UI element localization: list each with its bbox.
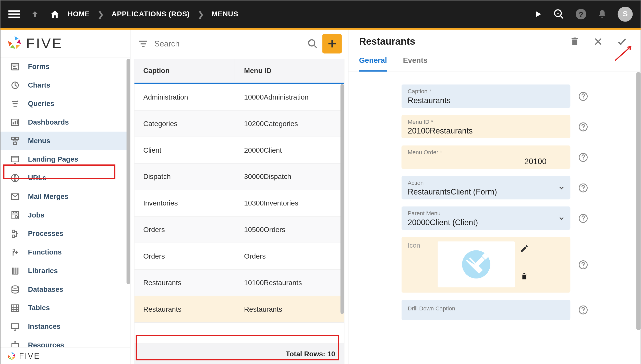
table-row[interactable]: Restaurants10100Restaurants xyxy=(135,270,344,296)
sidebar-item-label: Forms xyxy=(28,63,50,71)
svg-rect-2 xyxy=(8,17,20,18)
nav-icon xyxy=(8,321,22,332)
help-icon[interactable] xyxy=(578,84,589,108)
field-parent-menu[interactable]: Parent Menu 20000Client (Client) xyxy=(402,207,571,230)
svg-rect-25 xyxy=(11,324,19,329)
search-icon[interactable] xyxy=(307,39,318,49)
help-icon[interactable] xyxy=(578,145,589,169)
sidebar-item-urls[interactable]: URLs xyxy=(1,169,130,188)
nav-icon xyxy=(8,340,22,347)
table-row[interactable]: Categories10200Categories xyxy=(135,111,344,137)
svg-point-38 xyxy=(583,159,584,160)
search-magnify-icon[interactable] xyxy=(553,8,565,20)
help-icon[interactable]: ? xyxy=(575,8,587,20)
delete-icon[interactable] xyxy=(520,272,529,280)
help-icon[interactable] xyxy=(578,115,589,138)
table-row[interactable]: OrdersOrders xyxy=(135,243,344,270)
field-caption-value: Restaurants xyxy=(408,96,564,105)
breadcrumb-menus[interactable]: MENUS xyxy=(212,10,238,18)
annotation-arrow xyxy=(613,45,635,62)
avatar[interactable]: S xyxy=(618,7,633,22)
table-row[interactable]: Inventories10300Inventories xyxy=(135,190,344,217)
sidebar-item-instances[interactable]: Instances xyxy=(1,318,130,336)
restaurant-icon xyxy=(461,249,491,280)
sidebar-item-label: Resources xyxy=(28,341,64,347)
field-caption[interactable]: Caption * Restaurants xyxy=(402,84,571,108)
tab-events[interactable]: Events xyxy=(403,52,428,72)
svg-rect-1 xyxy=(8,14,20,15)
help-icon[interactable] xyxy=(578,237,589,293)
home-icon[interactable] xyxy=(50,9,60,19)
svg-point-20 xyxy=(15,216,18,218)
sidebar-item-resources[interactable]: Resources xyxy=(1,336,130,347)
up-arrow-icon[interactable] xyxy=(31,10,40,19)
col-caption[interactable]: Caption xyxy=(135,59,235,83)
svg-rect-21 xyxy=(12,230,15,233)
svg-point-23 xyxy=(12,286,18,288)
svg-point-30 xyxy=(309,40,315,46)
sidebar-item-forms[interactable]: Forms xyxy=(1,57,130,76)
sidebar-item-label: Tables xyxy=(28,304,50,312)
sidebar-item-libraries[interactable]: Libraries xyxy=(1,262,130,280)
scrollbar-thumb[interactable] xyxy=(126,59,130,284)
sidebar-item-jobs[interactable]: Jobs xyxy=(1,206,130,225)
sidebar-item-mail-merges[interactable]: Mail Merges xyxy=(1,187,130,206)
cell-menuid: 30000Dispatch xyxy=(235,173,344,180)
table-row[interactable]: RestaurantsRestaurants xyxy=(135,296,344,323)
sidebar-item-processes[interactable]: Processes xyxy=(1,225,130,243)
help-icon[interactable] xyxy=(578,207,589,230)
scrollbar-thumb[interactable] xyxy=(636,72,640,330)
table-row[interactable]: Orders10500Orders xyxy=(135,217,344,243)
play-icon[interactable] xyxy=(534,10,543,19)
breadcrumb-apps[interactable]: APPLICATIONS (ROS) xyxy=(112,10,190,18)
sidebar-item-tables[interactable]: Tables xyxy=(1,299,130,318)
table-row[interactable]: Client20000Client xyxy=(135,137,344,164)
nav-icon xyxy=(8,62,22,72)
sidebar-item-dashboards[interactable]: Dashboards xyxy=(1,113,130,132)
chevron-down-icon[interactable] xyxy=(558,215,565,222)
svg-rect-28 xyxy=(141,43,146,44)
tab-general[interactable]: General xyxy=(359,52,387,72)
svg-rect-10 xyxy=(13,123,14,125)
close-icon[interactable] xyxy=(594,36,603,47)
nav-icon xyxy=(8,99,22,109)
sidebar-item-menus[interactable]: Menus xyxy=(1,132,130,150)
table-row[interactable]: Dispatch30000Dispatch xyxy=(135,164,344,190)
delete-icon[interactable] xyxy=(570,36,580,47)
sidebar-item-charts[interactable]: Charts xyxy=(1,76,130,95)
hamburger-icon[interactable] xyxy=(8,8,20,20)
bell-icon[interactable] xyxy=(597,9,607,19)
table-row[interactable]: Administration10000Administration xyxy=(135,84,344,111)
chevron-down-icon[interactable] xyxy=(558,184,565,191)
logo-text: FIVE xyxy=(26,35,63,52)
sidebar-item-databases[interactable]: Databases xyxy=(1,280,130,299)
svg-rect-0 xyxy=(8,10,20,12)
sidebar-item-label: URLs xyxy=(28,174,46,182)
nav-icon xyxy=(8,303,22,313)
search-input[interactable] xyxy=(154,39,303,48)
scrollbar-thumb[interactable] xyxy=(341,84,344,314)
sidebar-item-label: Charts xyxy=(28,81,50,89)
cell-caption: Orders xyxy=(135,226,235,234)
edit-icon[interactable] xyxy=(520,244,529,253)
sidebar-item-landing-pages[interactable]: Landing Pages xyxy=(1,150,130,169)
filter-icon[interactable] xyxy=(137,39,150,49)
field-menu-id[interactable]: Menu ID * 20100Restaurants xyxy=(402,115,571,138)
field-menu-order[interactable]: Menu Order * 20100 xyxy=(402,145,571,169)
cell-caption: Dispatch xyxy=(135,173,235,180)
breadcrumb-home[interactable]: HOME xyxy=(68,10,90,18)
logo-mark-icon xyxy=(7,35,22,51)
add-button[interactable] xyxy=(322,34,342,53)
sidebar-item-label: Dashboards xyxy=(28,118,69,126)
field-icon-label: Icon xyxy=(408,241,432,249)
cell-caption: Client xyxy=(135,146,235,154)
help-icon[interactable] xyxy=(578,300,589,320)
cell-menuid: 10000Administration xyxy=(235,93,344,101)
field-action[interactable]: Action RestaurantsClient (Form) xyxy=(402,176,571,199)
cell-caption: Restaurants xyxy=(135,305,235,313)
col-menu-id[interactable]: Menu ID xyxy=(235,59,344,83)
sidebar-item-queries[interactable]: Queries xyxy=(1,95,130,113)
help-icon[interactable] xyxy=(578,176,589,199)
field-drill-down[interactable]: Drill Down Caption xyxy=(402,300,571,320)
sidebar-item-functions[interactable]: Functions xyxy=(1,243,130,262)
